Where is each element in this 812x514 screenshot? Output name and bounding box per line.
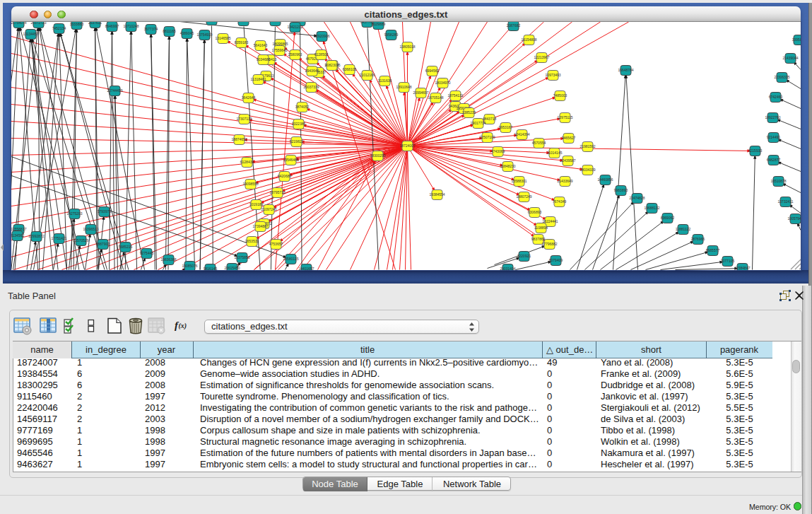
svg-text:22570529: 22570529 <box>73 238 88 243</box>
svg-text:4743069: 4743069 <box>491 149 505 153</box>
svg-text:10057945: 10057945 <box>787 216 801 221</box>
svg-text:13546466: 13546466 <box>283 158 298 162</box>
svg-text:3677374: 3677374 <box>144 27 158 31</box>
svg-text:19098556: 19098556 <box>242 182 258 186</box>
svg-text:11881122: 11881122 <box>676 227 691 231</box>
svg-text:12414394: 12414394 <box>514 132 529 136</box>
svg-text:10973493: 10973493 <box>545 73 560 77</box>
svg-text:20994697: 20994697 <box>413 90 428 95</box>
svg-text:5685216: 5685216 <box>119 245 133 249</box>
svg-text:16154808: 16154808 <box>521 37 536 42</box>
svg-text:12975115: 12975115 <box>558 115 573 119</box>
svg-text:1019189: 1019189 <box>249 202 264 206</box>
svg-text:6368105: 6368105 <box>343 67 357 71</box>
svg-text:14275203: 14275203 <box>66 211 82 216</box>
svg-text:17559643: 17559643 <box>271 48 287 52</box>
svg-text:22306335: 22306335 <box>774 75 789 79</box>
svg-text:13805018: 13805018 <box>399 45 415 49</box>
svg-text:4389045: 4389045 <box>180 31 194 35</box>
svg-text:10848230: 10848230 <box>500 164 515 168</box>
svg-text:16510878: 16510878 <box>770 179 786 183</box>
svg-text:2876966: 2876966 <box>691 237 705 241</box>
svg-text:18922760: 18922760 <box>765 115 780 119</box>
svg-text:19085076: 19085076 <box>182 264 197 268</box>
svg-text:12920906: 12920906 <box>314 34 329 38</box>
svg-text:15588301: 15588301 <box>511 179 526 183</box>
svg-text:3395870: 3395870 <box>792 37 801 42</box>
svg-text:2580963: 2580963 <box>288 52 302 57</box>
svg-text:6420686: 6420686 <box>278 174 292 178</box>
svg-text:19836388: 19836388 <box>160 257 176 262</box>
svg-text:3322386: 3322386 <box>292 122 306 126</box>
svg-text:18300295: 18300295 <box>370 153 385 158</box>
svg-text:8029889: 8029889 <box>372 22 386 26</box>
svg-text:20037339: 20037339 <box>303 85 319 89</box>
svg-text:1108894: 1108894 <box>534 226 548 230</box>
svg-text:21754078: 21754078 <box>11 22 27 25</box>
svg-text:9887903: 9887903 <box>96 242 110 246</box>
svg-text:4570554: 4570554 <box>532 141 546 145</box>
svg-text:3220921: 3220921 <box>517 254 531 258</box>
svg-text:20031404: 20031404 <box>500 267 515 270</box>
svg-text:6994562: 6994562 <box>425 69 440 73</box>
svg-text:1385239: 1385239 <box>462 110 476 115</box>
svg-text:18874652: 18874652 <box>231 137 247 141</box>
svg-text:14460856: 14460856 <box>597 177 613 182</box>
svg-text:8811165: 8811165 <box>163 29 176 33</box>
svg-text:6482877: 6482877 <box>767 158 781 162</box>
svg-text:18795716: 18795716 <box>269 190 285 194</box>
svg-text:4753657: 4753657 <box>269 242 283 246</box>
svg-text:18724007: 18724007 <box>399 144 415 148</box>
svg-text:3131636: 3131636 <box>378 78 392 83</box>
svg-text:22507109: 22507109 <box>479 135 495 139</box>
svg-text:9953167: 9953167 <box>499 125 513 129</box>
svg-text:19384554: 19384554 <box>429 192 445 197</box>
svg-text:18754131: 18754131 <box>447 93 463 98</box>
svg-text:5793975: 5793975 <box>98 209 112 214</box>
svg-text:3874052: 3874052 <box>295 105 310 109</box>
svg-text:22992872: 22992872 <box>28 234 44 238</box>
svg-text:8646997: 8646997 <box>105 24 119 28</box>
svg-text:5641643: 5641643 <box>254 43 268 47</box>
svg-text:19017734: 19017734 <box>470 121 486 125</box>
svg-text:8359183: 8359183 <box>235 40 249 45</box>
svg-text:11014145: 11014145 <box>547 151 563 155</box>
svg-text:2537611: 2537611 <box>88 22 102 25</box>
svg-text:17307133: 17307133 <box>236 117 252 121</box>
svg-text:9837869: 9837869 <box>531 237 546 241</box>
svg-text:11318461: 11318461 <box>251 77 266 81</box>
svg-text:22439587: 22439587 <box>560 158 575 163</box>
svg-text:17394887: 17394887 <box>252 224 268 228</box>
svg-text:13732411: 13732411 <box>778 199 794 204</box>
svg-text:13910648: 13910648 <box>396 85 411 89</box>
svg-text:9816145: 9816145 <box>204 267 218 270</box>
svg-text:16213925: 16213925 <box>235 22 251 23</box>
svg-text:14401657: 14401657 <box>298 267 314 270</box>
svg-text:16396513: 16396513 <box>83 227 98 231</box>
svg-text:2077105: 2077105 <box>721 259 735 263</box>
svg-text:18034339: 18034339 <box>579 168 595 172</box>
svg-text:7485003: 7485003 <box>553 93 567 98</box>
svg-text:21981592: 21981592 <box>579 144 595 148</box>
svg-text:16648784: 16648784 <box>618 68 633 72</box>
svg-text:20615450: 20615450 <box>224 266 240 270</box>
svg-text:(x): (x) <box>179 322 187 330</box>
svg-text:9465627: 9465627 <box>562 136 576 140</box>
svg-text:6128503: 6128503 <box>314 52 329 57</box>
svg-text:9275445: 9275445 <box>140 251 154 255</box>
svg-text:17796882: 17796882 <box>541 242 557 246</box>
svg-text:9034686: 9034686 <box>257 57 271 62</box>
svg-text:3642648: 3642648 <box>242 95 256 100</box>
svg-text:8079409: 8079409 <box>549 258 563 262</box>
svg-text:7452134: 7452134 <box>52 26 66 30</box>
svg-text:21012166: 21012166 <box>359 73 375 77</box>
svg-text:16705148: 16705148 <box>428 95 443 100</box>
svg-text:6128434: 6128434 <box>240 160 254 164</box>
svg-text:15375853: 15375853 <box>234 255 249 259</box>
svg-text:20580115: 20580115 <box>283 257 299 261</box>
svg-text:12213967: 12213967 <box>534 55 549 59</box>
svg-text:21097245: 21097245 <box>261 207 276 211</box>
svg-text:8134562: 8134562 <box>11 233 24 238</box>
svg-text:9983893: 9983893 <box>614 188 628 192</box>
svg-text:19688132: 19688132 <box>644 206 659 210</box>
